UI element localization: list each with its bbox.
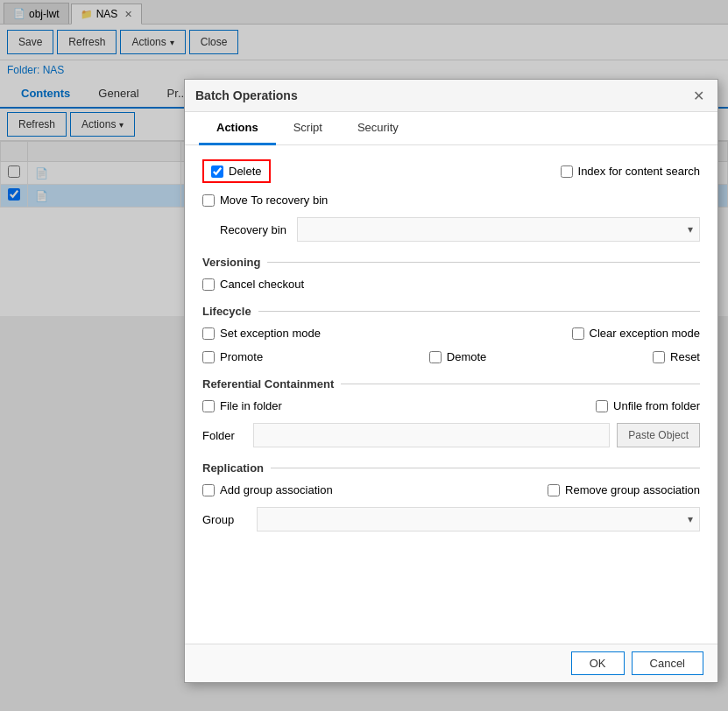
modal-tab-script[interactable]: Script [276,112,340,145]
cancel-checkout-row: Cancel checkout [202,278,700,291]
file-in-folder-label[interactable]: File in folder [220,399,282,412]
lifecycle-line [258,311,700,312]
add-group-group: Add group association [202,483,333,496]
reset-label[interactable]: Reset [670,350,700,363]
move-recovery-checkbox[interactable] [202,194,215,207]
delete-checkbox[interactable] [211,165,223,178]
remove-group-group: Remove group association [548,483,700,496]
move-recovery-label[interactable]: Move To recovery bin [220,194,328,207]
promote-demote-row: Promote Demote Reset [202,350,700,363]
index-content-checkbox[interactable] [561,165,573,178]
demote-checkbox[interactable] [429,351,442,363]
cancel-checkout-checkbox[interactable] [202,278,215,291]
clear-exception-checkbox[interactable] [572,327,584,340]
promote-group: Promote [202,350,263,363]
cancel-button[interactable]: Cancel [632,651,703,675]
reset-group: Reset [653,350,700,363]
demote-label[interactable]: Demote [447,350,487,363]
group-field-label: Group [202,513,246,526]
file-in-folder-checkbox[interactable] [202,400,215,412]
cancel-checkout-label[interactable]: Cancel checkout [220,278,304,291]
group-association-row: Add group association Remove group assoc… [202,483,700,496]
referential-section-header: Referential Containment [202,377,700,391]
versioning-title: Versioning [202,256,260,269]
delete-label[interactable]: Delete [229,165,262,178]
add-group-checkbox[interactable] [202,484,215,496]
group-select-wrapper [257,507,700,531]
recovery-bin-row: Recovery bin [220,217,700,242]
referential-line [341,384,700,384]
delete-highlighted-box: Delete [202,159,271,183]
modal-footer: OK Cancel [185,644,717,682]
folder-input[interactable] [253,423,610,447]
reset-checkbox[interactable] [653,351,665,363]
file-unfile-row: File in folder Unfile from folder [202,399,700,412]
modal-overlay: Batch Operations ✕ Actions Script Securi… [0,0,728,711]
folder-field-label: Folder [202,429,246,442]
unfile-folder-label[interactable]: Unfile from folder [613,399,700,412]
remove-group-checkbox[interactable] [548,484,560,496]
delete-row: Delete Index for content search [202,159,700,183]
clear-exception-label[interactable]: Clear exception mode [590,327,700,340]
cancel-checkout-group: Cancel checkout [202,278,304,291]
versioning-line [267,262,700,263]
unfile-folder-checkbox[interactable] [596,400,608,412]
modal-header: Batch Operations ✕ [185,80,717,112]
versioning-section-header: Versioning [202,256,700,269]
modal-title: Batch Operations [195,88,298,102]
recovery-bin-select-wrapper [297,217,700,242]
ok-button[interactable]: OK [571,651,625,675]
batch-operations-modal: Batch Operations ✕ Actions Script Securi… [184,79,718,683]
replication-line [271,468,700,468]
move-recovery-row: Move To recovery bin [202,194,700,207]
modal-tab-actions[interactable]: Actions [199,112,276,145]
modal-body: Delete Index for content search Move To … [185,145,717,644]
demote-group: Demote [429,350,487,363]
exception-mode-row: Set exception mode Clear exception mode [202,327,700,340]
modal-tab-security[interactable]: Security [340,112,416,145]
remove-group-label[interactable]: Remove group association [565,483,700,496]
move-recovery-group: Move To recovery bin [202,194,328,207]
replication-title: Replication [202,461,264,475]
group-row: Group [202,507,700,531]
set-exception-checkbox[interactable] [202,327,215,340]
set-exception-label[interactable]: Set exception mode [220,327,321,340]
clear-exception-group: Clear exception mode [572,327,700,340]
referential-title: Referential Containment [202,377,334,391]
replication-section-header: Replication [202,461,700,475]
unfile-folder-group: Unfile from folder [596,399,700,412]
folder-row: Folder Paste Object [202,423,700,447]
set-exception-group: Set exception mode [202,327,321,340]
lifecycle-section-header: Lifecycle [202,305,700,318]
add-group-label[interactable]: Add group association [220,483,333,496]
promote-label[interactable]: Promote [220,350,263,363]
file-in-folder-group: File in folder [202,399,282,412]
paste-object-button[interactable]: Paste Object [617,423,700,447]
recovery-bin-label: Recovery bin [220,223,286,236]
index-content-label[interactable]: Index for content search [578,165,700,178]
modal-tabs: Actions Script Security [185,112,717,145]
lifecycle-title: Lifecycle [202,305,251,318]
promote-checkbox[interactable] [202,351,215,363]
recovery-bin-select[interactable] [297,217,700,242]
index-content-group: Index for content search [561,165,700,178]
group-select[interactable] [257,507,700,531]
modal-close-button[interactable]: ✕ [689,87,707,104]
